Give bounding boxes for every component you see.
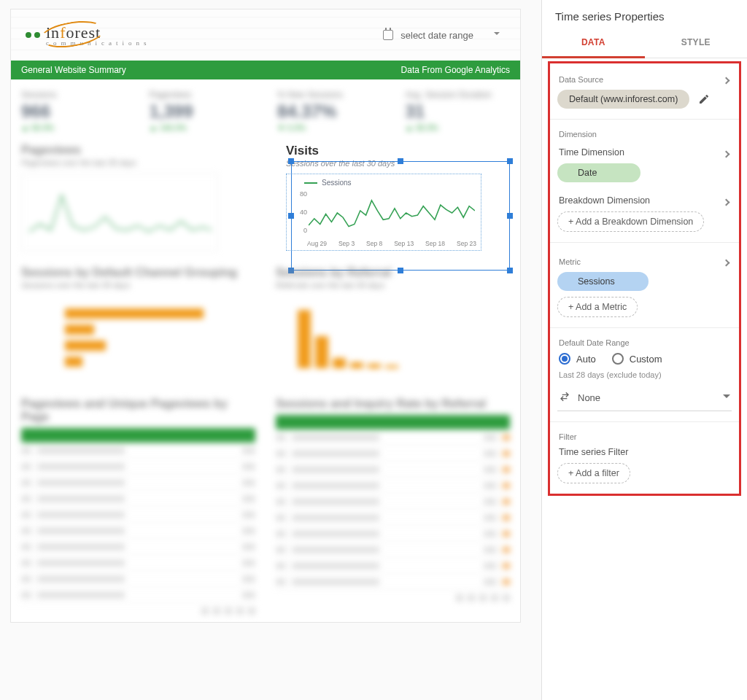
report-canvas[interactable]: inforest communications select date rang… bbox=[0, 0, 541, 700]
svg-rect-2 bbox=[65, 341, 106, 351]
chevron-right-icon[interactable] bbox=[723, 198, 730, 206]
add-breakdown-dimension-button[interactable]: + Add a Breakdown Dimension bbox=[557, 211, 704, 232]
svg-rect-5 bbox=[315, 336, 328, 368]
svg-rect-6 bbox=[333, 358, 346, 368]
compare-icon bbox=[559, 391, 570, 405]
data-tab-content: Data Source Default (www.inforest.com) D… bbox=[548, 61, 741, 496]
chart-legend: Sessions bbox=[304, 179, 476, 187]
logo: inforest communications bbox=[24, 18, 170, 52]
visits-subtitle: Sessions over the last 30 days bbox=[286, 159, 510, 168]
time-dimension-chip[interactable]: Date bbox=[557, 163, 640, 182]
resize-handle[interactable] bbox=[507, 268, 513, 273]
date-range-picker[interactable]: select date range bbox=[376, 26, 507, 45]
properties-panel: Time series Properties DATA STYLE Data S… bbox=[541, 0, 747, 700]
visits-panel[interactable]: Visits Sessions over the last 30 days Se… bbox=[276, 136, 520, 258]
title-right: Data From Google Analytics bbox=[401, 65, 510, 75]
report-page: inforest communications select date rang… bbox=[10, 9, 521, 623]
panel-title: Time series Properties bbox=[542, 0, 747, 30]
svg-rect-8 bbox=[368, 364, 381, 368]
svg-rect-9 bbox=[385, 365, 398, 368]
chevron-right-icon[interactable] bbox=[723, 150, 730, 158]
dimension-label: Dimension bbox=[559, 130, 730, 139]
title-left: General Website Summary bbox=[21, 65, 126, 75]
filter-label: Filter bbox=[559, 432, 730, 441]
calendar-icon bbox=[383, 30, 393, 40]
data-source-label: Data Source bbox=[559, 75, 603, 84]
bar-charts-row: Sessions by Default Channel Grouping Ses… bbox=[11, 259, 520, 390]
add-filter-button[interactable]: + Add a filter bbox=[557, 463, 630, 483]
comparison-select[interactable]: None bbox=[557, 386, 732, 411]
properties-tabs: DATA STYLE bbox=[542, 30, 747, 58]
tab-style[interactable]: STYLE bbox=[645, 30, 748, 58]
filter-sub: Time series Filter bbox=[559, 447, 730, 457]
chevron-down-icon bbox=[723, 394, 730, 402]
resize-handle[interactable] bbox=[288, 268, 294, 273]
chevron-right-icon[interactable] bbox=[723, 77, 730, 84]
chevron-down-icon bbox=[494, 32, 500, 38]
report-header: inforest communications select date rang… bbox=[11, 9, 520, 61]
svg-rect-3 bbox=[65, 357, 82, 367]
edit-icon[interactable] bbox=[698, 93, 710, 105]
title-bar: General Website Summary Data From Google… bbox=[11, 61, 520, 79]
comparison-value: None bbox=[578, 392, 600, 403]
radio-custom[interactable]: Custom bbox=[612, 353, 662, 365]
svg-rect-7 bbox=[350, 362, 363, 368]
radio-auto[interactable]: Auto bbox=[559, 353, 596, 365]
metric-chip[interactable]: Sessions bbox=[557, 272, 649, 291]
add-metric-button[interactable]: + Add a Metric bbox=[557, 297, 638, 317]
time-dimension-label: Time Dimension bbox=[559, 147, 624, 158]
visits-title: Visits bbox=[286, 144, 510, 158]
data-source-chip[interactable]: Default (www.inforest.com) bbox=[557, 90, 689, 109]
breakdown-dimension-label: Breakdown Dimension bbox=[559, 195, 650, 206]
visits-chart[interactable]: Sessions 80 40 0 Au bbox=[286, 174, 481, 251]
tab-data[interactable]: DATA bbox=[542, 30, 645, 58]
date-range-label: select date range bbox=[400, 30, 473, 41]
date-range-label: Default Date Range bbox=[559, 338, 730, 347]
chevron-right-icon[interactable] bbox=[723, 259, 730, 266]
metric-label: Metric bbox=[559, 257, 581, 266]
svg-rect-1 bbox=[65, 324, 94, 335]
pageviews-panel: Pageviews Pageviews over the last 30 day… bbox=[11, 136, 276, 259]
svg-rect-4 bbox=[298, 310, 311, 368]
tables-row: Pageviews and Unique Pageviews by Page bbox=[11, 390, 520, 622]
x-axis: Aug 29 Sep 3 Sep 8 Sep 13 Sep 18 Sep 23 bbox=[307, 240, 476, 247]
date-range-note: Last 28 days (exclude today) bbox=[559, 370, 730, 379]
resize-handle[interactable] bbox=[507, 213, 513, 219]
svg-rect-0 bbox=[65, 308, 204, 319]
resize-handle[interactable] bbox=[398, 268, 403, 273]
y-axis: 80 40 0 bbox=[291, 190, 307, 234]
scorecards-row: Sessions966▲ 58.3% Pageviews1,399▲ 140.3… bbox=[11, 79, 520, 136]
